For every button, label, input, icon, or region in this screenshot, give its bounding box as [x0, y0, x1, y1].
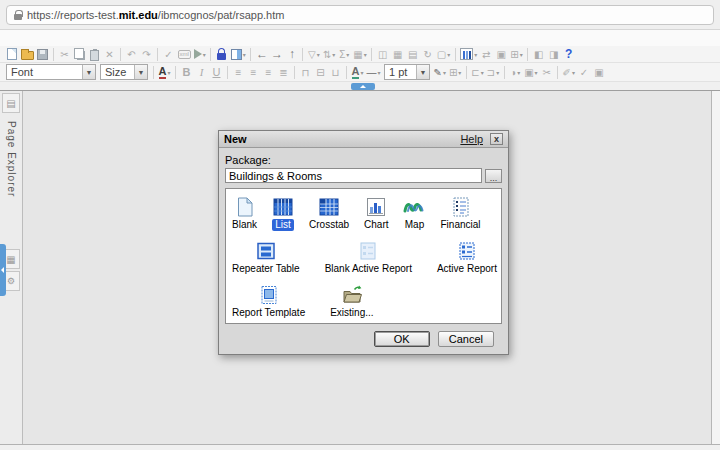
- package-icon[interactable]: [230, 47, 247, 62]
- new-item-blank-active-report[interactable]: Blank Active Report: [325, 240, 412, 275]
- dialog-title-bar: New Help x: [219, 131, 508, 148]
- financial-report-icon: [450, 196, 472, 219]
- undo-icon[interactable]: ↶: [125, 47, 139, 62]
- chart-icon[interactable]: [459, 47, 478, 62]
- validate-report-icon[interactable]: ✓: [162, 47, 176, 62]
- page-icon[interactable]: ▢: [436, 47, 451, 62]
- split-pane-icon[interactable]: ◫: [376, 47, 390, 62]
- crosstab-report-icon: [318, 196, 340, 219]
- line-style-icon[interactable]: —: [366, 65, 382, 80]
- align-right-icon[interactable]: ≡: [262, 65, 276, 80]
- new-item-existing[interactable]: Existing...: [330, 284, 373, 319]
- package-label: Package:: [225, 154, 502, 166]
- filter-icon[interactable]: ▽: [307, 47, 321, 62]
- new-report-dialog: New Help x Package: ... Blank List: [218, 130, 509, 355]
- toolbar-separator: [346, 66, 347, 79]
- url-field[interactable]: https://reports-test.mit.edu/ibmcognos/p…: [6, 5, 714, 25]
- valign-top-icon[interactable]: ⊓: [299, 65, 313, 80]
- copy-format-icon[interactable]: ▣: [494, 47, 508, 62]
- valign-bottom-icon[interactable]: ⊔: [329, 65, 343, 80]
- help-icon[interactable]: ?: [562, 47, 576, 62]
- lock-icon[interactable]: [215, 47, 229, 62]
- new-item-active-report[interactable]: Active Report: [437, 240, 497, 275]
- bold-icon[interactable]: B: [180, 65, 194, 80]
- new-item-blank[interactable]: Blank: [232, 196, 257, 231]
- xml-icon[interactable]: xml: [177, 47, 192, 62]
- blank-report-icon: [234, 196, 256, 219]
- cut-icon[interactable]: ✂: [58, 47, 72, 62]
- toolbar-separator: [294, 66, 295, 79]
- border-width-select[interactable]: 1 pt▼: [384, 64, 430, 80]
- padding-left-icon[interactable]: ⊏: [470, 65, 484, 80]
- toolbar-separator: [153, 66, 154, 79]
- toolbar-separator: [527, 48, 528, 61]
- font-family-select[interactable]: Font▼: [6, 64, 96, 80]
- sort-icon[interactable]: ⇅: [322, 47, 336, 62]
- new-item-report-template[interactable]: Report Template: [232, 284, 305, 319]
- background-color-icon[interactable]: A: [351, 65, 365, 80]
- delete-icon[interactable]: ✕: [103, 47, 117, 62]
- pane-collapse-handle[interactable]: [0, 244, 6, 296]
- up-icon[interactable]: ↑: [285, 47, 299, 62]
- chevron-down-icon: ▼: [134, 65, 147, 79]
- page-explorer-tab[interactable]: Page Explorer: [6, 121, 17, 197]
- padding-right-icon[interactable]: ⊐: [486, 65, 500, 80]
- toolbar-separator: [210, 48, 211, 61]
- cancel-button[interactable]: Cancel: [438, 331, 494, 347]
- image-icon[interactable]: ▣: [592, 65, 606, 80]
- table-icon[interactable]: ▦: [391, 47, 405, 62]
- paste-icon[interactable]: [88, 47, 102, 62]
- forward-icon[interactable]: →: [270, 47, 284, 62]
- swap-rows-columns-icon[interactable]: ⇄: [479, 47, 493, 62]
- package-input[interactable]: [225, 168, 482, 183]
- borders-icon[interactable]: ⊞: [448, 65, 462, 80]
- grid-icon[interactable]: ⊞: [509, 47, 523, 62]
- summarize-icon[interactable]: Σ: [337, 47, 351, 62]
- pick-up-style-icon[interactable]: ✐: [562, 65, 576, 80]
- back-icon[interactable]: ←: [255, 47, 269, 62]
- align-center-icon[interactable]: ≡: [247, 65, 261, 80]
- align-left-icon[interactable]: ≡: [232, 65, 246, 80]
- ok-button[interactable]: OK: [374, 331, 430, 347]
- font-size-select[interactable]: Size▼: [100, 64, 148, 80]
- underline-icon[interactable]: U: [210, 65, 224, 80]
- new-item-chart[interactable]: Chart: [364, 196, 388, 231]
- redo-icon[interactable]: ↷: [140, 47, 154, 62]
- delete-style-icon[interactable]: ✂: [540, 65, 554, 80]
- new-item-map[interactable]: Map: [403, 196, 425, 231]
- dialog-title: New: [224, 133, 460, 145]
- package-browse-button[interactable]: ...: [485, 169, 502, 183]
- ssl-lock-icon: [14, 10, 22, 20]
- save-icon[interactable]: [36, 47, 50, 62]
- toolbar-collapse-handle[interactable]: [351, 83, 375, 90]
- chevron-down-icon: ▼: [416, 65, 429, 79]
- master-detail-icon[interactable]: ◧: [532, 47, 546, 62]
- new-document-icon[interactable]: [5, 47, 19, 62]
- font-color-icon[interactable]: A: [158, 65, 172, 80]
- open-folder-icon[interactable]: [20, 47, 35, 62]
- repeater-table-icon: [255, 240, 277, 263]
- toolbar-separator: [466, 66, 467, 79]
- conditional-styles-icon[interactable]: ◑: [508, 65, 522, 80]
- headers-footers-icon[interactable]: ▤: [406, 47, 420, 62]
- new-item-list[interactable]: List: [272, 196, 294, 231]
- new-item-financial[interactable]: Financial: [440, 196, 480, 231]
- drill-behavior-icon[interactable]: ◨: [547, 47, 561, 62]
- copy-icon[interactable]: [73, 47, 87, 62]
- toolbar-separator: [157, 48, 158, 61]
- copy-style-icon[interactable]: ▣: [523, 65, 538, 80]
- italic-icon[interactable]: I: [195, 65, 209, 80]
- dialog-help-link[interactable]: Help: [460, 133, 483, 145]
- page-refresh-icon[interactable]: ↻: [421, 47, 435, 62]
- align-justify-icon[interactable]: ≣: [277, 65, 291, 80]
- apply-style-icon[interactable]: ✓: [577, 65, 591, 80]
- url-text: https://reports-test.mit.edu/ibmcognos/p…: [27, 9, 284, 21]
- new-item-repeater-table[interactable]: Repeater Table: [232, 240, 300, 275]
- dialog-close-button[interactable]: x: [490, 133, 503, 145]
- run-icon[interactable]: [193, 47, 207, 62]
- new-item-crosstab[interactable]: Crosstab: [309, 196, 349, 231]
- border-color-icon[interactable]: ✎: [433, 65, 447, 80]
- valign-middle-icon[interactable]: ⊟: [314, 65, 328, 80]
- section-icon[interactable]: ▦: [352, 47, 367, 62]
- report-pages-icon[interactable]: [2, 93, 20, 113]
